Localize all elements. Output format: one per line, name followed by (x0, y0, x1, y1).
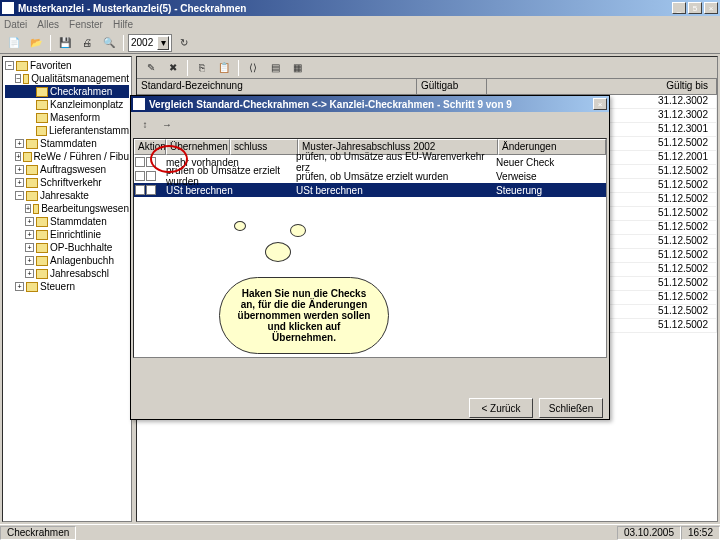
dialog-title: Vergleich Standard-Checkrahmen <-> Kanzl… (149, 99, 591, 110)
checkbox[interactable] (135, 171, 145, 181)
new-icon[interactable]: 📄 (4, 34, 24, 52)
dialog-titlebar: Vergleich Standard-Checkrahmen <-> Kanzl… (131, 96, 609, 112)
expand-icon[interactable]: + (15, 139, 24, 148)
restore-button[interactable]: 5 (688, 2, 702, 14)
status-time: 16:52 (681, 526, 720, 540)
tree-item[interactable]: −Jahresakte (5, 189, 129, 202)
tool-icon[interactable]: ⟨⟩ (243, 59, 263, 77)
folder-icon (36, 256, 48, 266)
expand-icon[interactable]: − (15, 191, 24, 200)
save-icon[interactable]: 💾 (55, 34, 75, 52)
tree-item[interactable]: +Bearbeitungswesen (5, 202, 129, 215)
status-date: 03.10.2005 (617, 526, 681, 540)
tree-item[interactable]: Kanzleimonplatz (5, 98, 129, 111)
col-header[interactable]: Gültig bis (487, 79, 717, 94)
expand-icon[interactable]: + (25, 230, 34, 239)
tree-item[interactable]: +Steuern (5, 280, 129, 293)
menu-alles[interactable]: Alles (37, 19, 59, 30)
tool-icon[interactable]: ⎘ (192, 59, 212, 77)
folder-icon (23, 74, 29, 84)
expand-icon[interactable]: + (15, 152, 21, 161)
tool-icon[interactable]: ✖ (163, 59, 183, 77)
tree-item[interactable]: +OP-Buchhalte (5, 241, 129, 254)
nav-tree[interactable]: − Favoriten −QualitätsmanagementCheckrah… (2, 56, 132, 522)
tool-icon[interactable]: ✎ (141, 59, 161, 77)
print-icon[interactable]: 🖨 (77, 34, 97, 52)
col-header[interactable]: Gültigab (417, 79, 487, 94)
year-combo[interactable]: 2002 ▾ (128, 34, 172, 52)
folder-icon (23, 152, 31, 162)
col-header[interactable]: Änderungen (498, 139, 606, 155)
main-toolbar: 📄 📂 💾 🖨 🔍 2002 ▾ ↻ (0, 32, 720, 54)
tree-item[interactable]: +Auftragswesen (5, 163, 129, 176)
chevron-down-icon[interactable]: ▾ (157, 36, 169, 50)
expand-icon[interactable]: + (25, 243, 34, 252)
bubble-dot (234, 221, 246, 231)
checkbox[interactable] (135, 157, 145, 167)
tool-icon[interactable]: ▤ (265, 59, 285, 77)
tree-item[interactable]: +Jahresabschl (5, 267, 129, 280)
tree-root[interactable]: − Favoriten (5, 59, 129, 72)
annotation-circle (150, 145, 188, 173)
expand-icon[interactable]: + (25, 256, 34, 265)
window-title: Musterkanzlei - Musterkanzlei(5) - Check… (18, 3, 670, 14)
tree-item[interactable]: Checkrahmen (5, 85, 129, 98)
tree-item[interactable]: +Anlagenbuchh (5, 254, 129, 267)
tree-item[interactable]: +Stammdaten (5, 137, 129, 150)
tree-item[interactable]: Lieferantenstamm (5, 124, 129, 137)
dialog-body: Aktion Übernehmen schluss Muster-Jahresa… (133, 138, 607, 358)
close-button[interactable]: × (704, 2, 718, 14)
separator (123, 35, 124, 51)
col-header[interactable]: Standard-Bezeichnung (137, 79, 417, 94)
year-value: 2002 (131, 37, 153, 48)
tool-icon[interactable]: ▦ (287, 59, 307, 77)
folder-icon (33, 204, 39, 214)
dialog-row[interactable]: prüfen ob Umsätze erzielt wurdenprüfen, … (134, 169, 606, 183)
checkbox[interactable] (146, 171, 156, 181)
menubar: Datei Alles Fenster Hilfe (0, 16, 720, 32)
content-toolbar: ✎ ✖ ⎘ 📋 ⟨⟩ ▤ ▦ (137, 57, 717, 79)
tree-item[interactable]: +ReWe / Führen / Fibu (5, 150, 129, 163)
menu-hilfe[interactable]: Hilfe (113, 19, 133, 30)
folder-icon (36, 100, 48, 110)
collapse-icon[interactable]: − (5, 61, 14, 70)
main-titlebar: Musterkanzlei - Musterkanzlei(5) - Check… (0, 0, 720, 16)
expand-icon[interactable]: − (15, 74, 21, 83)
expand-icon[interactable]: + (25, 204, 31, 213)
dialog-close-button[interactable]: × (593, 98, 607, 110)
folder-icon (36, 217, 48, 227)
folder-icon (16, 61, 28, 71)
minimize-button[interactable]: _ (672, 2, 686, 14)
expand-icon[interactable]: + (15, 165, 24, 174)
folder-icon (36, 243, 48, 253)
close-button[interactable]: Schließen (539, 398, 603, 418)
expand-icon[interactable]: + (15, 178, 24, 187)
col-header[interactable]: schluss (230, 139, 298, 155)
tree-item[interactable]: Masenform (5, 111, 129, 124)
help-bubble: Haken Sie nun die Checks an, für die die… (219, 277, 389, 354)
tree-item[interactable]: −Qualitätsmanagement (5, 72, 129, 85)
dialog-row[interactable]: USt berechnenUSt berechnenSteuerung (134, 183, 606, 197)
menu-datei[interactable]: Datei (4, 19, 27, 30)
checkbox[interactable] (146, 185, 156, 195)
expand-icon[interactable]: + (15, 282, 24, 291)
tool-icon[interactable]: 📋 (214, 59, 234, 77)
checkbox[interactable] (135, 185, 145, 195)
status-text: Checkrahmen (0, 526, 76, 540)
tree-item[interactable]: +Einrichtlinie (5, 228, 129, 241)
expand-icon[interactable]: + (25, 269, 34, 278)
folder-icon (36, 87, 48, 97)
tree-item[interactable]: +Stammdaten (5, 215, 129, 228)
refresh-icon[interactable]: ↻ (174, 34, 194, 52)
expand-icon[interactable]: + (25, 217, 34, 226)
separator (50, 35, 51, 51)
back-button[interactable]: < Zurück (469, 398, 533, 418)
preview-icon[interactable]: 🔍 (99, 34, 119, 52)
tool-icon[interactable]: ↕ (135, 115, 155, 133)
grid-header: Standard-Bezeichnung Gültigab Gültig bis (137, 79, 717, 95)
statusbar: Checkrahmen 03.10.2005 16:52 (0, 524, 720, 540)
open-icon[interactable]: 📂 (26, 34, 46, 52)
arrow-right-icon[interactable]: → (157, 115, 177, 133)
tree-item[interactable]: +Schriftverkehr (5, 176, 129, 189)
menu-fenster[interactable]: Fenster (69, 19, 103, 30)
